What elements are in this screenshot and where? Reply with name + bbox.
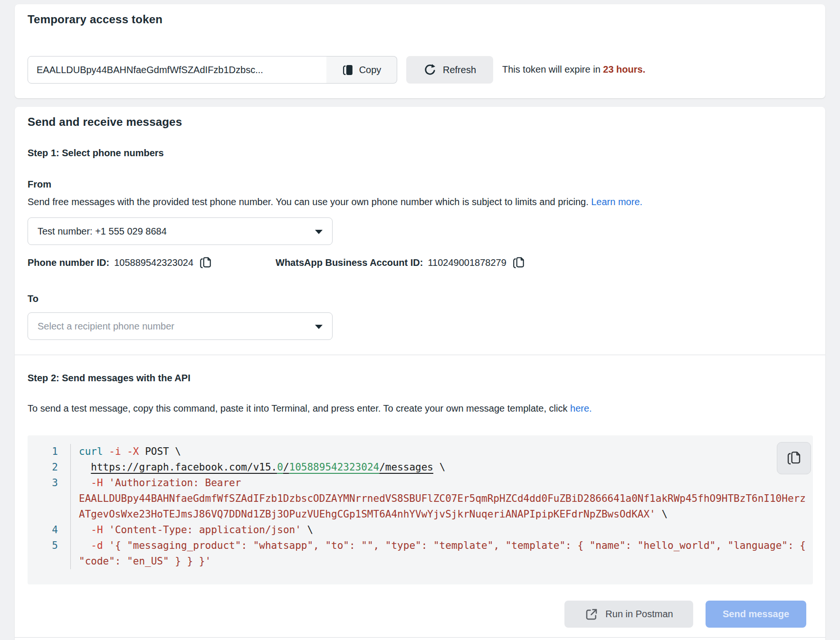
phone-id-value: 105889542323024 xyxy=(114,257,193,268)
code-copy-button[interactable] xyxy=(777,442,811,474)
token-expiry: This token will expire in 23 hours. xyxy=(502,64,645,75)
line-number: 1 xyxy=(28,444,70,460)
code-line: 4 -H 'Content-Type: application/json' \ xyxy=(28,522,806,538)
code-line-content: -d '{ "messaging_product": "whatsapp", "… xyxy=(70,538,806,569)
waba-label: WhatsApp Business Account ID: xyxy=(276,257,423,268)
page: { "token_card": { "title": "Temporary ac… xyxy=(0,0,840,640)
section-divider xyxy=(15,355,825,355)
footer-divider xyxy=(15,637,825,638)
recipient-select-placeholder: Select a recipient phone number xyxy=(38,321,174,332)
copy-button-label: Copy xyxy=(359,65,382,75)
waba-value: 110249001878279 xyxy=(428,257,506,268)
waba-id-group: WhatsApp Business Account ID: 1102490018… xyxy=(276,255,526,271)
code-line-content: -H 'Authorization: Bearer EAALLDUBpy44BA… xyxy=(70,475,806,522)
code-lines: 1curl -i -X POST \2 https://graph.facebo… xyxy=(28,444,806,569)
copy-icon xyxy=(199,256,212,270)
line-number: 3 xyxy=(28,475,70,522)
copy-phone-id-button[interactable] xyxy=(198,255,213,271)
phone-id-group: Phone number ID: 105889542323024 xyxy=(28,255,213,271)
recipient-select[interactable]: Select a recipient phone number xyxy=(28,312,333,340)
refresh-button-label: Refresh xyxy=(443,65,476,75)
code-line: 1curl -i -X POST \ xyxy=(28,444,806,460)
from-select[interactable]: Test number: +1 555 029 8684 xyxy=(28,217,333,245)
run-postman-label: Run in Postman xyxy=(605,609,673,620)
from-label: From xyxy=(28,179,51,190)
here-link[interactable]: here. xyxy=(570,403,592,414)
line-number: 2 xyxy=(28,460,70,475)
from-select-value: Test number: +1 555 029 8684 xyxy=(38,226,167,237)
token-input[interactable] xyxy=(28,56,327,84)
expiry-duration: 23 hours. xyxy=(603,64,645,75)
copy-icon xyxy=(512,256,525,270)
phone-id-label: Phone number ID: xyxy=(28,257,109,268)
caret-down-icon xyxy=(315,325,323,329)
external-link-icon xyxy=(584,607,599,621)
step1-heading: Step 1: Select phone numbers xyxy=(28,148,164,159)
refresh-icon xyxy=(423,63,437,76)
code-line-content: -H 'Content-Type: application/json' \ xyxy=(70,522,806,538)
to-label: To xyxy=(28,293,38,304)
messages-card: Send and receive messages Step 1: Select… xyxy=(15,107,825,640)
copy-token-button[interactable]: Copy xyxy=(326,56,397,84)
step2-description: To send a test message, copy this comman… xyxy=(28,403,592,414)
code-block: 1curl -i -X POST \2 https://graph.facebo… xyxy=(28,435,813,584)
line-number: 4 xyxy=(28,522,70,538)
code-line-content: https://graph.facebook.com/v15.0/1058895… xyxy=(70,460,806,475)
send-message-button[interactable]: Send message xyxy=(706,601,806,628)
run-postman-button[interactable]: Run in Postman xyxy=(564,601,693,628)
code-line-content: curl -i -X POST \ xyxy=(70,444,806,460)
caret-down-icon xyxy=(315,230,323,234)
learn-more-link[interactable]: Learn more. xyxy=(591,197,642,207)
copy-icon xyxy=(786,450,802,466)
code-line: 5 -d '{ "messaging_product": "whatsapp",… xyxy=(28,538,806,569)
code-line: 3 -H 'Authorization: Bearer EAALLDUBpy44… xyxy=(28,475,806,522)
refresh-button[interactable]: Refresh xyxy=(406,56,493,84)
token-card-title: Temporary access token xyxy=(28,13,162,26)
line-number: 5 xyxy=(28,538,70,569)
copy-icon xyxy=(342,64,353,76)
code-line: 2 https://graph.facebook.com/v15.0/10588… xyxy=(28,460,806,475)
copy-waba-id-button[interactable] xyxy=(511,255,526,271)
from-description: Send free messages with the provided tes… xyxy=(28,197,642,207)
token-card: Temporary access token Copy Refresh This… xyxy=(15,4,825,98)
messages-card-title: Send and receive messages xyxy=(28,115,182,129)
step2-heading: Step 2: Send messages with the API xyxy=(28,373,191,384)
